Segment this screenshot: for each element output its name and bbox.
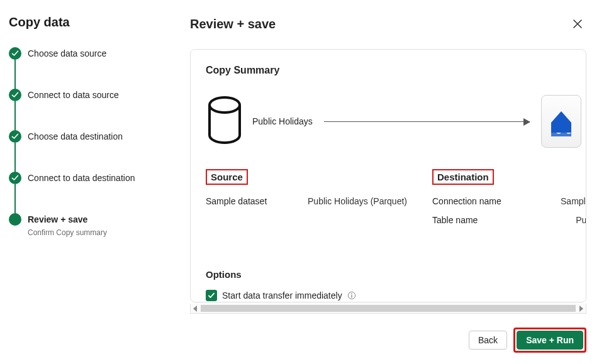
kv-row: Table name PublicHolidays (432, 215, 586, 225)
flow-source-label: Public Holidays (252, 116, 313, 126)
step-review-save[interactable]: Review + save Confirm Copy summary (9, 213, 167, 237)
kv-value: Public Holidays (Parquet) (308, 196, 407, 206)
kv-row: Connection name SampleLakehouse (432, 196, 586, 206)
step-choose-data-destination[interactable]: Choose data destination (9, 130, 167, 172)
source-heading: Source (206, 169, 248, 185)
close-icon (573, 19, 583, 29)
step-label: Connect to data destination (28, 172, 167, 184)
card-title: Copy Summary (206, 65, 586, 76)
current-step-icon (9, 213, 21, 226)
lakehouse-icon (541, 95, 581, 148)
page-title: Review + save (190, 17, 276, 31)
svg-point-2 (351, 294, 352, 295)
main-content: Review + save Copy Summary Public Holida… (176, 0, 604, 364)
kv-key: Connection name (432, 196, 501, 206)
kv-key: Table name (432, 215, 478, 225)
step-label: Choose data source (28, 47, 167, 60)
wizard-sidebar: Copy data Choose data source Connect to … (0, 0, 176, 364)
save-run-highlight: Save + Run (513, 328, 586, 353)
check-icon (9, 47, 21, 60)
wizard-steps: Choose data source Connect to data sourc… (9, 47, 167, 237)
source-section: Source Sample dataset Public Holidays (P… (206, 169, 407, 234)
footer-actions: Back Save + Run (190, 328, 586, 353)
flow-source-node: Public Holidays (206, 96, 313, 146)
save-run-button[interactable]: Save + Run (517, 331, 583, 350)
back-button[interactable]: Back (469, 331, 507, 350)
arrow-icon (324, 121, 530, 122)
check-icon (9, 130, 21, 143)
step-connect-data-destination[interactable]: Connect to data destination (9, 172, 167, 213)
step-sublabel: Confirm Copy summary (28, 228, 167, 237)
options-heading: Options (206, 269, 586, 280)
step-label: Connect to data source (28, 89, 167, 101)
copy-flow-diagram: Public Holidays Lakehouse (206, 95, 586, 148)
flow-dest-node: Lakehouse (541, 95, 586, 148)
destination-heading: Destination (432, 169, 494, 185)
step-label: Choose data destination (28, 130, 167, 143)
option-start-immediately[interactable]: Start data transfer immediately (206, 290, 586, 301)
sidebar-title: Copy data (9, 15, 167, 30)
step-connect-data-source[interactable]: Connect to data source (9, 89, 167, 130)
info-icon[interactable] (347, 291, 356, 300)
svg-rect-3 (351, 295, 352, 297)
check-icon (9, 172, 21, 184)
destination-section: Destination Connection name SampleLakeho… (432, 169, 586, 234)
step-label: Review + save (28, 213, 167, 226)
kv-value: PublicHolidays (576, 215, 586, 225)
checkbox-checked-icon[interactable] (206, 290, 217, 301)
option-label: Start data transfer immediately (222, 290, 342, 301)
step-choose-data-source[interactable]: Choose data source (9, 47, 167, 89)
horizontal-scrollbar[interactable] (190, 304, 586, 314)
check-icon (9, 89, 21, 101)
summary-card: Copy Summary Public Holidays (190, 49, 586, 302)
kv-value: SampleLakehouse (561, 196, 586, 206)
svg-point-0 (210, 97, 240, 113)
kv-key: Sample dataset (206, 196, 267, 206)
database-icon (206, 96, 243, 146)
close-button[interactable] (569, 15, 586, 33)
kv-row: Sample dataset Public Holidays (Parquet) (206, 196, 407, 206)
